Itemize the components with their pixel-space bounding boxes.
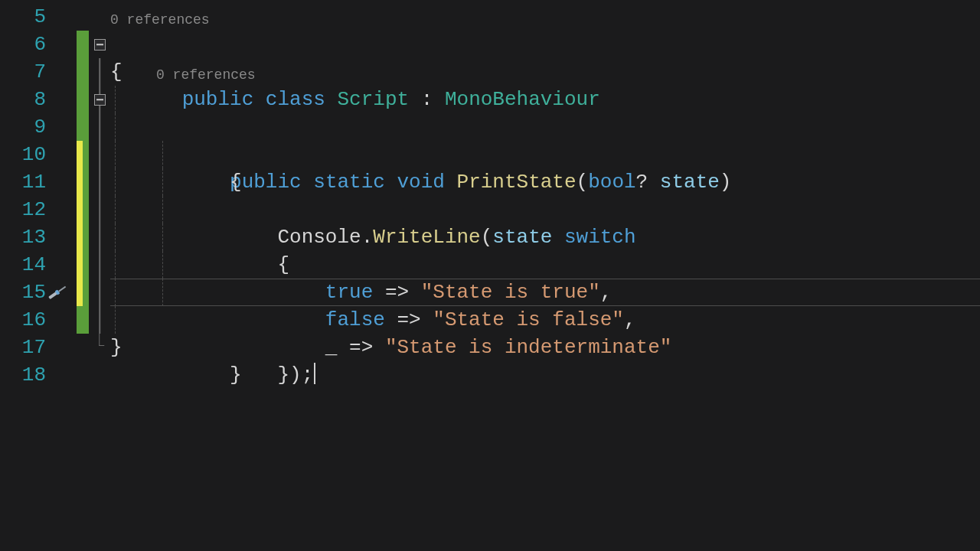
code-line: Console.WriteLine(state switch <box>110 141 980 168</box>
glyph-margin <box>55 0 77 551</box>
code-line: 0 references public class Script : MonoB… <box>110 31 980 58</box>
code-line: } <box>110 306 980 334</box>
code-line: false => "State is false", <box>110 223 980 251</box>
outlining-margin[interactable] <box>89 0 110 551</box>
line-number-gutter: 5 6 7 8 9 10 11 12 13 14 15 16 17 18 <box>0 0 55 551</box>
fold-toggle-icon[interactable] <box>94 94 106 106</box>
line-number: 12 <box>0 196 55 223</box>
codelens-references[interactable]: 0 references <box>156 67 256 83</box>
line-number: 18 <box>0 361 55 389</box>
line-number: 11 <box>0 168 55 196</box>
line-number: 7 <box>0 58 55 86</box>
code-line: }); <box>110 279 980 306</box>
code-line: 0 references public static void PrintSta… <box>110 86 980 113</box>
code-editor[interactable]: 5 6 7 8 9 10 11 12 13 14 15 16 17 18 <box>0 0 980 551</box>
change-indicator-bar <box>77 0 89 551</box>
line-number: 9 <box>0 113 55 141</box>
code-line <box>110 3 980 31</box>
code-line: { <box>110 113 980 141</box>
line-number: 17 <box>0 334 55 361</box>
code-line: true => "State is true", <box>110 196 980 223</box>
code-line <box>110 361 980 389</box>
line-number: 6 <box>0 31 55 58</box>
code-line: { <box>110 168 980 196</box>
line-number: 14 <box>0 251 55 279</box>
code-line: } <box>110 334 980 361</box>
line-number: 16 <box>0 306 55 334</box>
line-number: 5 <box>0 3 55 31</box>
svg-rect-2 <box>58 286 66 292</box>
quick-actions-icon[interactable] <box>44 283 70 302</box>
fold-toggle-icon[interactable] <box>94 39 106 51</box>
line-number: 13 <box>0 223 55 251</box>
line-number: 10 <box>0 141 55 168</box>
code-text-area[interactable]: 0 references public class Script : MonoB… <box>110 0 980 551</box>
codelens-references[interactable]: 0 references <box>110 12 210 28</box>
code-line: _ => "State is indeterminate" <box>110 251 980 279</box>
line-number: 8 <box>0 86 55 113</box>
